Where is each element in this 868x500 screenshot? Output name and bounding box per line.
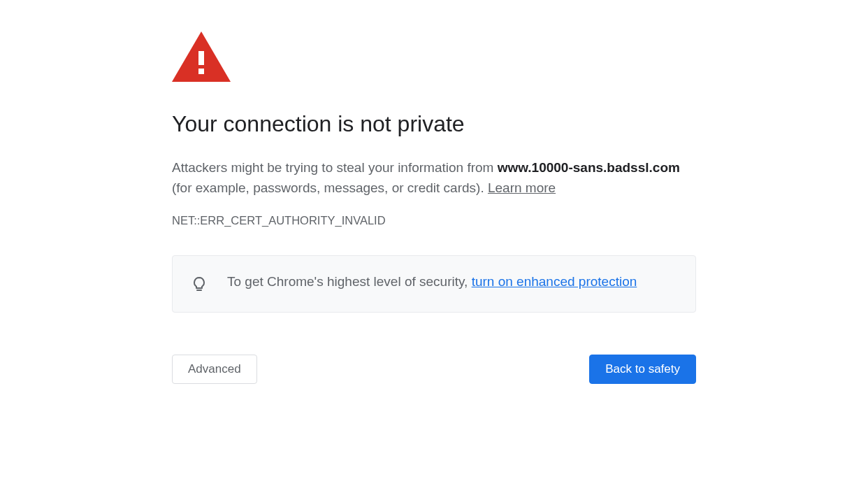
- promo-text: To get Chrome's highest level of securit…: [227, 271, 637, 292]
- promo-text-prefix: To get Chrome's highest level of securit…: [227, 274, 472, 289]
- warning-body-text: Attackers might be trying to steal your …: [172, 157, 696, 199]
- advanced-button[interactable]: Advanced: [172, 355, 257, 384]
- enhanced-protection-promo: To get Chrome's highest level of securit…: [172, 255, 696, 313]
- enhanced-protection-link[interactable]: turn on enhanced protection: [472, 274, 637, 289]
- back-to-safety-button[interactable]: Back to safety: [589, 355, 696, 384]
- button-row: Advanced Back to safety: [172, 355, 696, 384]
- lightbulb-icon: [191, 271, 208, 297]
- learn-more-link[interactable]: Learn more: [488, 180, 556, 195]
- warning-triangle-icon: [172, 31, 696, 82]
- svg-rect-2: [198, 69, 204, 74]
- page-heading: Your connection is not private: [172, 110, 696, 138]
- body-suffix: (for example, passwords, messages, or cr…: [172, 180, 488, 195]
- ssl-error-page: Your connection is not private Attackers…: [172, 0, 696, 384]
- body-prefix: Attackers might be trying to steal your …: [172, 160, 498, 175]
- svg-rect-1: [198, 51, 204, 65]
- hostname: www.10000-sans.badssl.com: [498, 160, 680, 175]
- error-code: NET::ERR_CERT_AUTHORITY_INVALID: [172, 214, 696, 227]
